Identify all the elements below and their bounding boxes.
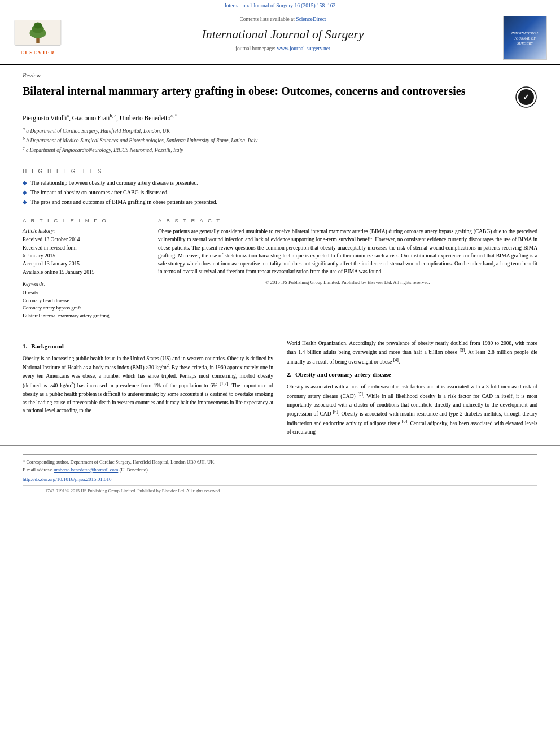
sciencedirect-link[interactable]: Contents lists available at ScienceDirec… (75, 16, 491, 23)
journal-thumb-text: INTERNATIONALJOURNAL OFSURGERY (511, 30, 539, 46)
highlights-title: H I G H L I G H T S (23, 168, 537, 176)
section-2-number: 2. (287, 371, 291, 378)
article-history: Article history: Received 13 October 201… (23, 228, 147, 276)
journal-cover-area: INTERNATIONALJOURNAL OFSURGERY (497, 16, 553, 60)
highlight-1: ◆ The relationship between obesity and c… (23, 179, 537, 187)
corresponding-author-note: * Corresponding author. Department of Ca… (23, 459, 537, 466)
highlight-2: ◆ The impact of obesity on outcomes afte… (23, 189, 537, 196)
article-type-label: Review (23, 71, 537, 80)
keywords-label: Keywords: (23, 281, 147, 288)
crossmark-icon: ✓ (515, 86, 537, 108)
journal-title-area: Contents lists available at ScienceDirec… (69, 16, 497, 60)
author-email-link[interactable]: umberto.benedetto@hotmail.com (54, 467, 118, 473)
article-title: Bilateral internal mammary artery grafti… (23, 84, 509, 98)
journal-cover-thumbnail: INTERNATIONALJOURNAL OFSURGERY (503, 16, 547, 60)
section-1-para-2: World Health Organization. Accordingly t… (287, 339, 537, 366)
revised-label: Received in revised form (23, 244, 147, 252)
sciencedirect-anchor[interactable]: ScienceDirect (296, 16, 326, 22)
main-col-right: World Health Organization. Accordingly t… (287, 339, 537, 440)
article-info-title: A R T I C L E I N F O (23, 217, 147, 224)
abstract-title: A B S T R A C T (158, 217, 537, 224)
journal-header: ELSEVIER Contents lists available at Sci… (0, 11, 560, 65)
available-date: Available online 15 January 2015 (23, 269, 147, 276)
article-header-section: Review Bilateral internal mammary artery… (0, 65, 560, 329)
keyword-2: Coronary heart disease (23, 297, 147, 304)
section-1-para-1: Obesity is an increasing public health i… (23, 355, 273, 415)
elsevier-logo-area: ELSEVIER (7, 16, 69, 60)
footnotes-area: * Corresponding author. Department of Ca… (0, 445, 560, 497)
keyword-4: Bilateral internal mammary artery grafti… (23, 312, 147, 320)
svg-text:✓: ✓ (523, 93, 530, 102)
received-date: Received 13 October 2014 (23, 236, 147, 243)
article-info-column: A R T I C L E I N F O Article history: R… (23, 217, 147, 324)
history-label: Article history: (23, 228, 147, 235)
main-two-columns: 1. Background Obesity is an increasing p… (23, 339, 537, 440)
journal-citation-bar: International Journal of Surgery 16 (201… (0, 0, 560, 11)
homepage-label: journal homepage: (235, 46, 275, 51)
divider-after-highlights (23, 211, 537, 211)
keyword-3: Coronary artery bypass graft (23, 304, 147, 312)
section-2-para-1: Obesity is associated with a host of car… (287, 383, 537, 436)
bullet-icon: ◆ (23, 189, 27, 196)
journal-homepage[interactable]: journal homepage: www.journal-surgery.ne… (75, 45, 491, 53)
main-article-content: 1. Background Obesity is an increasing p… (0, 330, 560, 445)
contents-label: Contents lists available at (239, 16, 294, 22)
copyright-line: © 2015 IJS Publishing Group Limited. Pub… (158, 279, 537, 286)
keywords-section: Keywords: Obesity Coronary heart disease… (23, 281, 147, 320)
affil-c: c c Department of AngiocardioNeurology, … (23, 145, 537, 154)
abstract-column: A B S T R A C T Obese patients are gener… (158, 217, 537, 324)
email-note: E-mail address: umberto.benedetto@hotmai… (23, 467, 537, 474)
revised-date: 6 January 2015 (23, 252, 147, 260)
footnote-divider (23, 454, 537, 455)
elsevier-tree-icon (12, 20, 63, 48)
highlights-section: H I G H L I G H T S ◆ The relationship b… (23, 168, 537, 206)
affil-b: b b Department of Medico-Surgical Scienc… (23, 136, 537, 145)
main-col-left: 1. Background Obesity is an increasing p… (23, 339, 273, 440)
section-2-title: Obesity and coronary artery disease (295, 371, 391, 378)
section-1-number: 1. (23, 343, 27, 350)
info-abstract-row: A R T I C L E I N F O Article history: R… (23, 217, 537, 324)
bullet-icon: ◆ (23, 198, 27, 206)
divider-after-affiliations (23, 163, 537, 163)
affiliations-list: a a Department of Cardiac Surgery, Haref… (23, 126, 537, 155)
homepage-url[interactable]: www.journal-surgery.net (277, 46, 330, 51)
elsevier-brand-text: ELSEVIER (20, 49, 55, 56)
authors-line: Piergiusto Vitullia, Giacomo Fratib, c, … (23, 113, 537, 123)
accepted-date: Accepted 13 January 2015 (23, 260, 147, 268)
doi-link[interactable]: http://dx.doi.org/10.1016/j.ijsu.2015.01… (23, 476, 537, 483)
title-row: Bilateral internal mammary artery grafti… (23, 84, 537, 108)
section-1-title: Background (31, 343, 64, 350)
keyword-1: Obesity (23, 289, 147, 296)
section-2-heading: 2. Obesity and coronary artery disease (287, 370, 537, 379)
citation-text: International Journal of Surgery 16 (201… (225, 3, 336, 8)
journal-title: International Journal of Surgery (75, 26, 491, 43)
issn-footer: 1743-9191/© 2015 IJS Publishing Group Li… (23, 485, 537, 496)
highlight-3: ◆ The pros and cons and outcomes of BIMA… (23, 198, 537, 206)
affil-a: a a Department of Cardiac Surgery, Haref… (23, 126, 537, 135)
section-1-heading: 1. Background (23, 342, 273, 351)
abstract-text: Obese patients are generally considered … (158, 228, 537, 276)
bullet-icon: ◆ (23, 179, 27, 187)
svg-point-4 (34, 23, 42, 29)
